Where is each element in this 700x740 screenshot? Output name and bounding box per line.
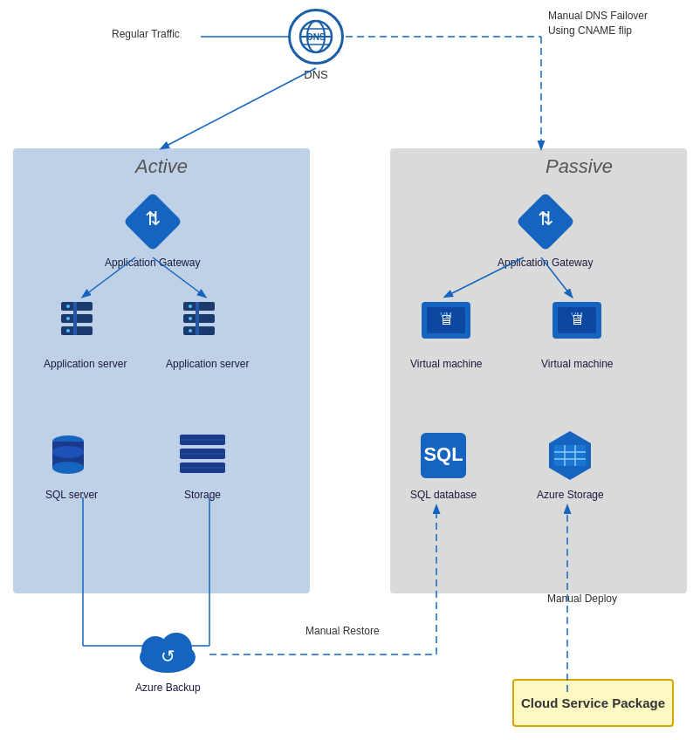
- app-server-2-icon: [180, 297, 236, 353]
- app-gateway-active-icon-item: ⇅ ⇆ Application Gateway: [105, 192, 200, 271]
- azure-backup-label: Azure Backup: [135, 682, 201, 695]
- sql-server-icon: [44, 428, 100, 483]
- app-gateway-passive-icon: ⇅ ⇆: [516, 192, 575, 251]
- app-gateway-passive-icon-item: ⇅ ⇆ Application Gateway: [498, 192, 593, 271]
- app-server-2-icon-item: Application server: [166, 297, 249, 372]
- manual-dns-failover-label: Manual DNS Failover Using CNAME flip: [548, 9, 648, 38]
- sql-database-icon-item: SQL SQL database: [410, 428, 477, 503]
- svg-rect-19: [196, 302, 199, 335]
- svg-text:VM: VM: [572, 311, 584, 319]
- app-server-1-icon-item: Application server: [44, 297, 127, 372]
- dns-label: DNS: [304, 68, 327, 81]
- svg-point-13: [66, 305, 70, 308]
- active-label: Active: [135, 155, 188, 178]
- azure-storage-icon-item: Azure Storage: [537, 428, 604, 503]
- svg-point-20: [189, 305, 192, 308]
- svg-text:↺: ↺: [161, 647, 175, 666]
- azure-backup-icon: ↺: [136, 624, 199, 676]
- sql-server-icon-item: SQL server: [44, 428, 100, 503]
- svg-point-14: [66, 317, 70, 320]
- svg-point-26: [52, 446, 84, 458]
- svg-text:⇆: ⇆: [149, 210, 156, 220]
- azure-backup-icon-item: ↺ Azure Backup: [135, 624, 201, 695]
- regular-traffic-label: Regular Traffic: [112, 28, 180, 40]
- diagram-container: Active Passive DNS DNS Regular Traffic M…: [0, 0, 700, 740]
- vm-2-label: Virtual machine: [541, 358, 614, 372]
- app-gateway-active-icon: ⇅ ⇆: [123, 192, 182, 251]
- app-server-1-icon: [58, 297, 113, 353]
- vm-1-icon: 🖥 VM: [418, 297, 474, 353]
- sql-database-icon: SQL: [415, 428, 471, 483]
- manual-restore-label: Manual Restore: [305, 625, 380, 637]
- svg-rect-47: [554, 445, 586, 466]
- vm-1-label: Virtual machine: [410, 358, 483, 372]
- svg-text:⇆: ⇆: [542, 210, 549, 220]
- azure-storage-icon: [542, 428, 598, 483]
- manual-deploy-label: Manual Deploy: [547, 593, 617, 605]
- svg-text:DNS: DNS: [306, 32, 325, 42]
- azure-storage-label: Azure Storage: [537, 489, 604, 503]
- svg-point-25: [52, 462, 84, 474]
- passive-label: Passive: [546, 155, 613, 178]
- storage-icon-item: Storage: [175, 428, 230, 503]
- storage-label: Storage: [184, 489, 221, 503]
- dns-node: DNS DNS: [288, 9, 344, 81]
- cloud-service-package-box: Cloud Service Package: [512, 679, 674, 727]
- sql-database-label: SQL database: [410, 489, 477, 503]
- svg-rect-12: [73, 302, 77, 335]
- app-server-2-label: Application server: [166, 358, 249, 372]
- dns-icon: DNS: [288, 9, 344, 65]
- app-gateway-passive-label: Application Gateway: [498, 257, 593, 271]
- svg-text:VM: VM: [441, 311, 453, 319]
- svg-point-15: [66, 329, 70, 332]
- app-server-1-label: Application server: [44, 358, 127, 372]
- svg-point-22: [189, 329, 192, 332]
- svg-text:SQL: SQL: [424, 443, 463, 465]
- sql-server-label: SQL server: [45, 489, 98, 503]
- vm-1-icon-item: 🖥 VM Virtual machine: [410, 297, 483, 372]
- storage-icon: [175, 428, 230, 483]
- svg-point-21: [189, 317, 192, 320]
- vm-2-icon-item: 🖥 VM Virtual machine: [541, 297, 614, 372]
- vm-2-icon: 🖥 VM: [549, 297, 605, 353]
- app-gateway-active-label: Application Gateway: [105, 257, 200, 271]
